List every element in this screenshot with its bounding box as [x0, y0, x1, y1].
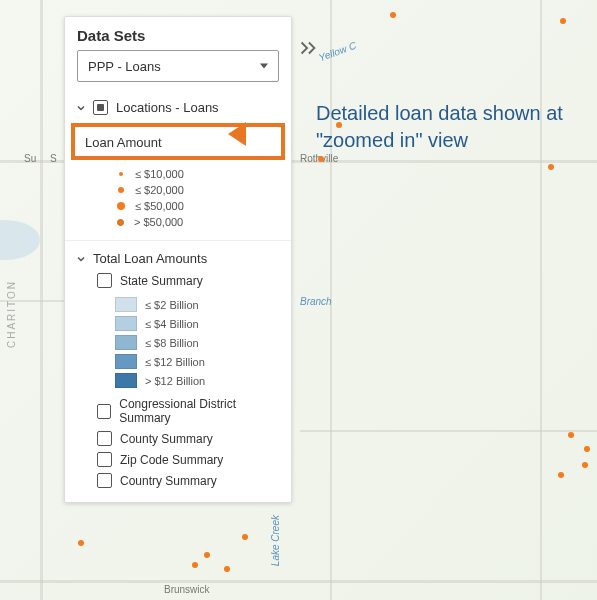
- swatch: [115, 354, 137, 369]
- dot-icon: [119, 172, 123, 176]
- section-title: Total Loan Amounts: [93, 251, 207, 266]
- loan-point: [192, 562, 198, 568]
- creek-label: Yellow C: [317, 40, 357, 64]
- loan-point: [390, 12, 396, 18]
- creek-label: Lake Creek: [270, 515, 281, 566]
- city-label: Su: [24, 153, 36, 164]
- chevron-down-icon: [260, 64, 268, 69]
- dropdown-value: PPP - Loans: [88, 59, 161, 74]
- dot-icon: [117, 219, 124, 226]
- loan-point: [242, 534, 248, 540]
- swatch: [115, 316, 137, 331]
- state-summary-legend: ≤ $2 Billion ≤ $4 Billion ≤ $8 Billion ≤…: [65, 291, 291, 394]
- loan-point: [78, 540, 84, 546]
- loan-point: [560, 18, 566, 24]
- section-locations-loans: Locations - Loans Loan Amount ≤ $10,000 …: [65, 90, 291, 240]
- legend-item: ≤ $12 Billion: [115, 352, 291, 371]
- legend-item: ≤ $4 Billion: [115, 314, 291, 333]
- city-label: Brunswick: [164, 584, 210, 595]
- legend-item: ≤ $10,000: [115, 166, 291, 182]
- section-toggle[interactable]: Total Loan Amounts: [65, 247, 291, 270]
- checkbox-locations[interactable]: [93, 100, 108, 115]
- section-toggle[interactable]: Locations - Loans: [65, 96, 291, 119]
- loan-point: [584, 446, 590, 452]
- legend-item: ≤ $8 Billion: [115, 333, 291, 352]
- loan-point: [204, 552, 210, 558]
- swatch: [115, 297, 137, 312]
- checkbox[interactable]: [97, 404, 111, 419]
- section-total-loan-amounts: Total Loan Amounts State Summary ≤ $2 Bi…: [65, 240, 291, 502]
- panel-title: Data Sets: [65, 17, 291, 50]
- checkbox[interactable]: [97, 473, 112, 488]
- dot-icon: [118, 187, 124, 193]
- legend-item: > $12 Billion: [115, 371, 291, 390]
- loan-point: [548, 164, 554, 170]
- chevron-down-icon: [75, 253, 87, 265]
- data-sets-panel: Data Sets PPP - Loans Locations - Loans …: [64, 16, 292, 503]
- layer-county-summary[interactable]: County Summary: [65, 428, 291, 449]
- loan-point: [224, 566, 230, 572]
- section-title: Locations - Loans: [116, 100, 219, 115]
- dot-icon: [117, 202, 125, 210]
- swatch: [115, 335, 137, 350]
- loan-amount-label: Loan Amount: [85, 135, 162, 150]
- legend-item: ≤ $50,000: [115, 198, 291, 214]
- creek-label: Branch: [300, 296, 332, 307]
- layer-state-summary[interactable]: State Summary: [65, 270, 291, 291]
- layer-country-summary[interactable]: Country Summary: [65, 470, 291, 498]
- loan-point: [582, 462, 588, 468]
- loan-point: [558, 472, 564, 478]
- annotation-text: Detailed loan data shown at "zoomed in" …: [316, 100, 576, 154]
- checkbox[interactable]: [97, 431, 112, 446]
- layer-congressional-district[interactable]: Congressional District Summary: [65, 394, 291, 428]
- legend-item: ≤ $20,000: [115, 182, 291, 198]
- loan-point: [568, 432, 574, 438]
- chevron-down-icon: [75, 102, 87, 114]
- annotation-arrow-icon: [228, 118, 318, 150]
- legend-item: > $50,000: [115, 214, 291, 230]
- region-label: CHARITON: [6, 280, 17, 348]
- checkbox[interactable]: [97, 452, 112, 467]
- swatch: [115, 373, 137, 388]
- loan-point: [318, 156, 324, 162]
- layer-zip-code-summary[interactable]: Zip Code Summary: [65, 449, 291, 470]
- collapse-panel-icon[interactable]: [297, 37, 319, 59]
- dataset-dropdown[interactable]: PPP - Loans: [77, 50, 279, 82]
- checkbox[interactable]: [97, 273, 112, 288]
- loan-amount-legend: ≤ $10,000 ≤ $20,000 ≤ $50,000 > $50,000: [65, 164, 291, 236]
- legend-item: ≤ $2 Billion: [115, 295, 291, 314]
- city-label: S: [50, 153, 57, 164]
